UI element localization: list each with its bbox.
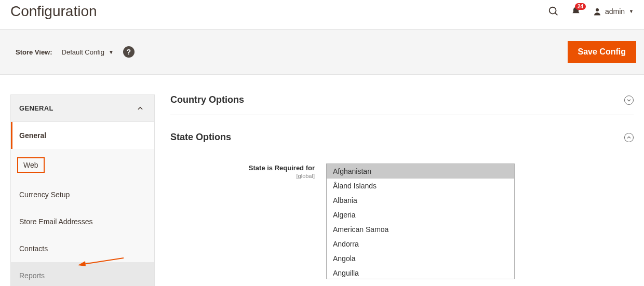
sidebar-item-web[interactable]: Web (17, 157, 45, 173)
country-option[interactable]: Angola (327, 251, 514, 266)
state-required-multiselect[interactable]: AfghanistanÅland IslandsAlbaniaAlgeriaAm… (326, 164, 515, 279)
section-country-options[interactable]: Country Options (170, 94, 634, 115)
country-option[interactable]: American Samoa (327, 222, 514, 237)
section-title: State Options (170, 132, 231, 143)
svg-line-3 (83, 258, 124, 264)
store-view-select[interactable]: Default Config ▼ (62, 48, 114, 56)
sidebar-group-general[interactable]: GENERAL (11, 95, 154, 122)
admin-name: admin (605, 7, 625, 16)
chevron-up-icon (137, 105, 144, 112)
sidebar-group-label: GENERAL (19, 104, 53, 112)
collapse-icon (624, 133, 634, 142)
notifications-icon[interactable]: 24 (571, 6, 581, 17)
admin-user-menu[interactable]: admin ▼ (593, 7, 634, 16)
country-option[interactable]: Afghanistan (327, 164, 514, 179)
arrow-annotation-icon (78, 256, 125, 266)
field-label-state-required: State is Required for (249, 164, 315, 172)
country-option[interactable]: Andorra (327, 237, 514, 251)
store-view-label: Store View: (16, 48, 52, 56)
country-option[interactable]: Albania (327, 193, 514, 208)
store-view-value: Default Config (62, 48, 104, 56)
sidebar-item-email[interactable]: Store Email Addresses (11, 208, 154, 235)
sidebar-item-general[interactable]: General (11, 122, 154, 149)
country-option[interactable]: Åland Islands (327, 179, 514, 193)
svg-point-0 (549, 7, 556, 14)
chevron-down-icon: ▼ (109, 49, 114, 55)
section-title: Country Options (170, 94, 244, 105)
country-option[interactable]: Anguilla (327, 266, 514, 279)
user-icon (593, 7, 602, 16)
field-scope: [global] (170, 173, 315, 179)
expand-icon (624, 96, 634, 105)
svg-line-1 (555, 13, 558, 16)
notification-badge: 24 (575, 3, 586, 10)
svg-marker-4 (78, 261, 86, 266)
search-icon[interactable] (548, 6, 559, 17)
country-option[interactable]: Algeria (327, 208, 514, 222)
section-state-options[interactable]: State Options (170, 132, 634, 152)
save-config-button[interactable]: Save Config (568, 41, 636, 63)
help-icon[interactable]: ? (123, 46, 135, 58)
chevron-down-icon: ▼ (629, 9, 634, 14)
svg-point-2 (596, 8, 599, 11)
page-title: Configuration (10, 3, 97, 20)
sidebar-item-currency[interactable]: Currency Setup (11, 181, 154, 208)
